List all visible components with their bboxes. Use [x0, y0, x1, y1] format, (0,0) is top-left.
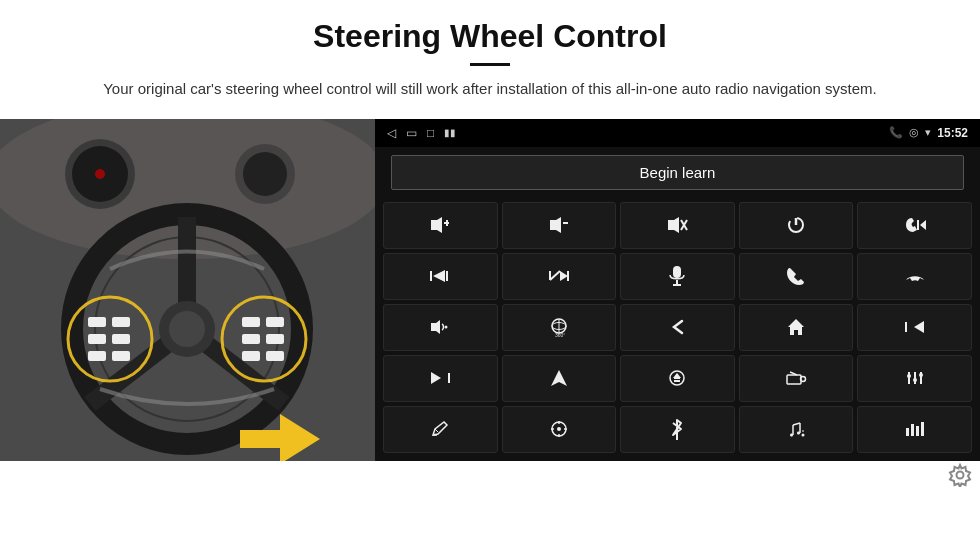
360-button[interactable]: 360° [502, 304, 617, 351]
begin-learn-button[interactable]: Begin learn [391, 155, 964, 190]
page-container: Steering Wheel Control Your original car… [0, 0, 980, 548]
svg-rect-29 [240, 430, 284, 448]
vol-down-button[interactable] [502, 202, 617, 249]
back-nav-icon[interactable]: ◁ [387, 126, 396, 140]
status-right: 📞 ◎ ▾ 15:52 [889, 126, 968, 140]
pen-button[interactable] [383, 406, 498, 453]
location-status-icon: ◎ [909, 126, 919, 139]
title-divider [470, 63, 510, 66]
svg-rect-49 [673, 266, 681, 278]
svg-marker-65 [551, 370, 567, 386]
svg-rect-18 [112, 334, 130, 344]
svg-marker-35 [668, 217, 679, 233]
mic-button[interactable] [620, 253, 735, 300]
page-title: Steering Wheel Control [60, 18, 920, 55]
status-left: ◁ ▭ □ ▮▮ [387, 126, 456, 140]
circle-button[interactable] [502, 406, 617, 453]
svg-rect-25 [266, 334, 284, 344]
svg-rect-19 [88, 351, 106, 361]
svg-rect-15 [88, 317, 106, 327]
svg-rect-95 [921, 422, 924, 436]
svg-marker-63 [431, 372, 441, 384]
music-settings-button[interactable] [739, 406, 854, 453]
svg-marker-64 [441, 372, 449, 384]
svg-point-13 [169, 311, 205, 347]
svg-point-90 [802, 434, 805, 437]
svg-point-76 [913, 378, 917, 382]
svg-point-78 [919, 373, 923, 377]
svg-rect-94 [916, 426, 919, 436]
next-button[interactable] [383, 253, 498, 300]
vol-up-button[interactable] [383, 202, 498, 249]
bluetooth-button[interactable] [620, 406, 735, 453]
svg-marker-60 [914, 321, 924, 333]
svg-rect-92 [906, 428, 909, 436]
android-status-bar: ◁ ▭ □ ▮▮ 📞 ◎ ▾ 15:52 [375, 119, 980, 147]
svg-point-53 [445, 326, 448, 329]
svg-marker-52 [431, 320, 440, 334]
svg-rect-70 [787, 375, 801, 384]
svg-point-4 [95, 169, 105, 179]
svg-marker-40 [920, 220, 926, 230]
time-display: 15:52 [937, 126, 968, 140]
fastforward-button[interactable] [383, 355, 498, 402]
svg-point-71 [801, 377, 806, 382]
svg-point-82 [557, 427, 561, 431]
back-button[interactable] [620, 304, 735, 351]
speaker-button[interactable] [383, 304, 498, 351]
svg-point-74 [907, 374, 911, 378]
call-button[interactable] [739, 253, 854, 300]
navigate-button[interactable] [502, 355, 617, 402]
svg-rect-22 [242, 317, 260, 327]
subtitle-text: Your original car's steering wheel contr… [90, 78, 890, 101]
svg-rect-17 [88, 334, 106, 344]
eject-button[interactable] [620, 355, 735, 402]
steering-wheel-image [0, 119, 375, 461]
header-section: Steering Wheel Control Your original car… [0, 0, 980, 111]
rewind-button[interactable] [857, 304, 972, 351]
svg-text:360°: 360° [555, 332, 565, 338]
power-button[interactable] [739, 202, 854, 249]
svg-point-96 [957, 471, 964, 478]
wifi-status-icon: ▾ [925, 126, 931, 139]
settings-gear-icon[interactable] [948, 463, 972, 493]
signal-icon: ▮▮ [444, 127, 456, 138]
svg-line-89 [793, 423, 800, 425]
spectrum-button[interactable] [857, 406, 972, 453]
phone-prev-button[interactable] [857, 202, 972, 249]
android-panel: ◁ ▭ □ ▮▮ 📞 ◎ ▾ 15:52 Begin learn [375, 119, 980, 461]
mute-button[interactable] [620, 202, 735, 249]
svg-marker-69 [673, 373, 681, 378]
home-nav-icon[interactable]: ▭ [406, 126, 417, 140]
svg-marker-30 [431, 217, 442, 233]
svg-rect-93 [911, 424, 914, 436]
svg-rect-16 [112, 317, 130, 327]
svg-rect-24 [242, 334, 260, 344]
hangup-button[interactable] [857, 253, 972, 300]
control-grid: 360° [375, 198, 980, 461]
radio-button[interactable] [739, 355, 854, 402]
svg-line-45 [550, 271, 560, 280]
svg-point-6 [243, 152, 287, 196]
svg-line-79 [435, 429, 438, 432]
svg-marker-61 [906, 321, 914, 333]
equalizer-button[interactable] [857, 355, 972, 402]
svg-marker-47 [560, 271, 568, 281]
svg-rect-23 [266, 317, 284, 327]
content-section: ◁ ▭ □ ▮▮ 📞 ◎ ▾ 15:52 Begin learn [0, 119, 980, 549]
svg-marker-43 [433, 270, 445, 282]
svg-rect-20 [112, 351, 130, 361]
svg-rect-27 [266, 351, 284, 361]
svg-marker-33 [550, 217, 561, 233]
phone-status-icon: 📞 [889, 126, 903, 139]
svg-marker-58 [788, 319, 804, 335]
begin-learn-row: Begin learn [375, 147, 980, 198]
svg-rect-26 [242, 351, 260, 361]
home-button[interactable] [739, 304, 854, 351]
recent-nav-icon[interactable]: □ [427, 126, 434, 140]
skip-button[interactable] [502, 253, 617, 300]
